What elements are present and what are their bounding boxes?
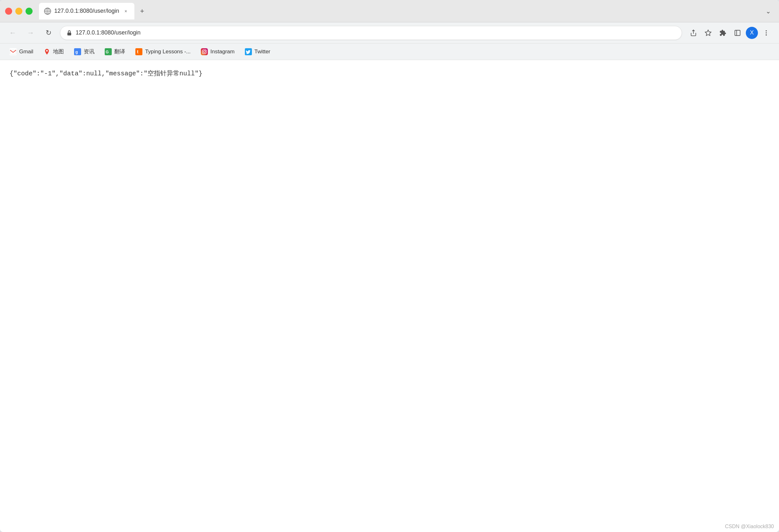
svg-marker-6 (705, 30, 711, 35)
minimize-button[interactable] (15, 8, 22, 15)
bookmark-instagram-label: Instagram (211, 49, 235, 55)
bookmark-translate[interactable]: G 翻译 (100, 46, 130, 57)
back-button[interactable]: ← (6, 26, 19, 39)
svg-point-10 (766, 32, 767, 34)
page-content: {"code":"-1","data":null,"message":"空指针异… (0, 60, 779, 532)
browser-window: 127.0.0.1:8080/user/login × + ⌄ ← → ↻ (0, 0, 779, 532)
instagram-favicon-icon (201, 48, 208, 55)
bookmark-news[interactable]: g 资讯 (70, 46, 99, 57)
maximize-button[interactable] (25, 8, 33, 15)
bookmark-typing[interactable]: t Typing Lessons -... (131, 46, 195, 57)
bookmark-twitter[interactable]: Twitter (240, 46, 275, 57)
profile-avatar-button[interactable]: X (746, 27, 758, 39)
tab-close-button[interactable]: × (122, 8, 129, 15)
tab-favicon-icon (44, 8, 51, 15)
bookmarks-bar: Gmail 地图 g 资讯 (0, 44, 779, 60)
forward-icon: → (27, 29, 34, 37)
bookmark-twitter-label: Twitter (254, 49, 271, 55)
twitter-favicon-icon (245, 48, 252, 55)
url-text: 127.0.0.1:8080/user/login (76, 29, 676, 36)
url-bar[interactable]: 127.0.0.1:8080/user/login (60, 26, 682, 40)
bookmark-translate-label: 翻译 (114, 48, 125, 55)
gmail-favicon-icon (10, 48, 17, 55)
bookmark-button[interactable] (702, 26, 715, 39)
menu-button[interactable] (760, 26, 773, 39)
maps-favicon-icon (44, 48, 50, 55)
bookmark-gmail[interactable]: Gmail (5, 46, 38, 57)
bookmark-typing-label: Typing Lessons -... (145, 49, 191, 55)
svg-rect-4 (67, 33, 71, 36)
forward-button[interactable]: → (24, 26, 37, 39)
bookmark-news-label: 资讯 (84, 48, 95, 55)
tab-title: 127.0.0.1:8080/user/login (54, 8, 119, 14)
tab-list-chevron-icon[interactable]: ⌄ (762, 5, 774, 17)
toolbar-icons: X (687, 26, 773, 39)
json-response: {"code":"-1","data":null,"message":"空指针异… (10, 69, 769, 78)
bookmark-instagram[interactable]: Instagram (196, 46, 239, 57)
svg-point-24 (205, 50, 206, 51)
reload-button[interactable]: ↻ (42, 26, 55, 39)
lock-icon (66, 30, 72, 36)
svg-text:G: G (106, 50, 109, 54)
news-favicon-icon: g (74, 48, 81, 55)
address-bar: ← → ↻ 127.0.0.1:8080/user/login (0, 22, 779, 44)
svg-rect-7 (735, 30, 740, 36)
tab-bar: 127.0.0.1:8080/user/login × + ⌄ (39, 3, 774, 19)
bookmark-maps-label: 地图 (53, 48, 64, 55)
bookmark-maps[interactable]: 地图 (39, 46, 68, 57)
new-tab-button[interactable]: + (136, 5, 148, 17)
watermark: CSDN @Xiaolock830 (725, 524, 774, 529)
tab-bar-right: ⌄ (762, 5, 774, 17)
svg-rect-21 (201, 48, 208, 55)
svg-text:t: t (137, 49, 138, 54)
active-tab[interactable]: 127.0.0.1:8080/user/login × (39, 3, 134, 19)
svg-text:g: g (75, 50, 78, 54)
svg-rect-19 (135, 48, 142, 55)
sidebar-button[interactable] (731, 26, 744, 39)
translate-favicon-icon: G (105, 48, 112, 55)
svg-point-14 (46, 50, 48, 51)
svg-point-9 (766, 30, 767, 31)
extensions-button[interactable] (716, 26, 729, 39)
typing-favicon-icon: t (135, 48, 142, 55)
title-bar: 127.0.0.1:8080/user/login × + ⌄ (0, 0, 779, 22)
back-icon: ← (9, 29, 16, 37)
bookmark-gmail-label: Gmail (19, 49, 33, 55)
close-button[interactable] (5, 8, 12, 15)
share-button[interactable] (687, 26, 700, 39)
reload-icon: ↻ (46, 29, 51, 37)
svg-point-11 (766, 34, 767, 36)
traffic-lights (5, 8, 33, 15)
